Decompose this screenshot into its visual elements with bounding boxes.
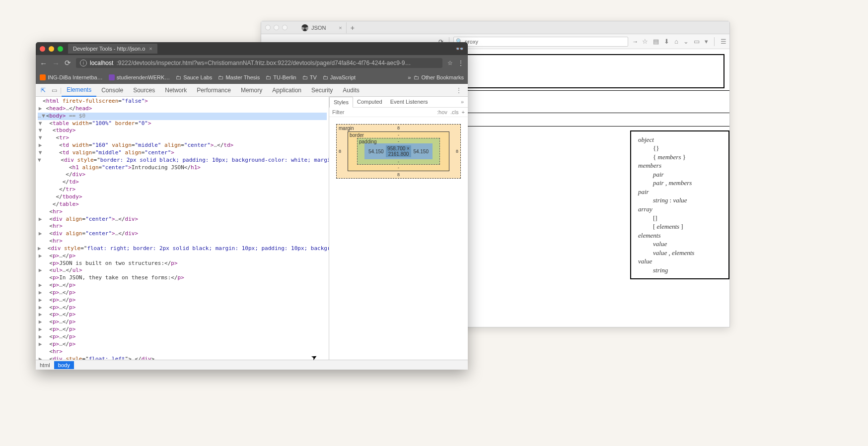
ff-maximize-button[interactable] <box>282 25 288 30</box>
tabs-more-icon[interactable]: ⋮ <box>452 87 466 94</box>
bookmarks-bar: ING-DiBa Internetba… studierendenWERK… 🗀… <box>36 71 468 84</box>
devtools-titlebar[interactable]: Developer Tools - http://json.o× 👓 <box>36 42 468 55</box>
box-model[interactable]: margin 8 8 8 8 border - - padding - - <box>329 117 468 186</box>
forward-button[interactable]: → <box>52 59 60 67</box>
star-icon[interactable]: ☆ <box>447 60 453 66</box>
go-arrow-icon[interactable]: → <box>631 38 639 46</box>
chevron-right-icon[interactable]: » <box>408 74 411 80</box>
dt-maximize-button[interactable] <box>58 46 63 52</box>
bookmark-item[interactable]: ING-DiBa Internetba… <box>40 74 103 80</box>
styles-panel: Styles Computed Event Listeners » :hov .… <box>329 97 468 360</box>
dt-minimize-button[interactable] <box>49 46 54 52</box>
back-button[interactable]: ← <box>40 59 47 67</box>
other-bookmarks-folder[interactable]: 🗀Other Bookmarks <box>414 74 464 80</box>
devtools-chrome-tab[interactable]: Developer Tools - http://json.o× <box>68 44 157 54</box>
close-icon[interactable]: × <box>149 46 152 52</box>
star-icon[interactable]: ☆ <box>642 38 648 45</box>
bookmark-folder[interactable]: 🗀Master Thesis <box>218 74 260 80</box>
ff-minimize-button[interactable] <box>274 25 279 30</box>
bookmark-folder[interactable]: 🗀TV <box>302 74 317 80</box>
firefox-titlebar[interactable]: JSON × + <box>261 21 729 34</box>
tab-audits[interactable]: Audits <box>338 84 364 96</box>
sidebar-icon[interactable]: ▭ <box>694 38 700 45</box>
menu-icon[interactable]: ☰ <box>721 38 726 45</box>
firefox-traffic-lights[interactable] <box>265 25 288 30</box>
pocket-icon[interactable]: ⌄ <box>683 38 689 45</box>
devtools-window: Developer Tools - http://json.o× 👓 ← → ⟳… <box>36 42 468 370</box>
tab-performance[interactable]: Performance <box>192 84 236 96</box>
tab-network[interactable]: Network <box>160 84 192 96</box>
add-rule-icon[interactable]: + <box>462 109 465 115</box>
devtools-urlbar: ← → ⟳ i localhost:9222/devtools/inspecto… <box>36 55 468 71</box>
tab-memory[interactable]: Memory <box>236 84 267 96</box>
chevron-down-icon[interactable]: ▾ <box>705 38 708 45</box>
breadcrumb: html body <box>36 360 468 370</box>
cls-toggle[interactable]: .cls <box>450 109 459 115</box>
styles-tab-computed[interactable]: Computed <box>353 97 386 107</box>
tab-sources[interactable]: Sources <box>128 84 160 96</box>
url-field[interactable]: i localhost:9222/devtools/inspector.html… <box>76 58 442 68</box>
tab-title: JSON <box>311 25 326 31</box>
inspect-element-icon[interactable]: ⇱ <box>38 85 49 96</box>
library-icon[interactable]: ▤ <box>653 38 659 45</box>
firefox-tab-json[interactable]: JSON × <box>297 22 347 33</box>
dt-close-button[interactable] <box>40 46 45 52</box>
incognito-icon: 👓 <box>455 45 464 53</box>
download-icon[interactable]: ⬇ <box>664 38 669 45</box>
home-icon[interactable]: ⌂ <box>674 38 678 45</box>
styles-tab-styles[interactable]: Styles <box>329 97 353 108</box>
info-icon[interactable]: i <box>80 60 87 66</box>
hov-toggle[interactable]: :hov <box>437 109 447 115</box>
close-icon[interactable]: × <box>339 25 342 31</box>
new-tab-button[interactable]: + <box>347 23 359 33</box>
devtools-tabs: ⇱ ▭ | Elements Console Sources Network P… <box>36 84 468 97</box>
elements-panel[interactable]: <html firetv-fullscreen="false">▶ <head>… <box>36 97 329 360</box>
reload-button[interactable]: ⟳ <box>65 59 71 67</box>
tab-console[interactable]: Console <box>96 84 128 96</box>
favicon-icon <box>301 24 308 31</box>
bookmark-folder[interactable]: 🗀Sauce Labs <box>176 74 212 80</box>
crumb-html[interactable]: html <box>36 361 54 369</box>
device-toolbar-icon[interactable]: ▭ <box>49 85 60 96</box>
bookmark-folder[interactable]: 🗀TU-Berlin <box>266 74 296 80</box>
tab-elements[interactable]: Elements <box>62 84 96 97</box>
styles-tab-event-listeners[interactable]: Event Listeners <box>386 97 432 107</box>
menu-icon[interactable]: ⋮ <box>458 60 464 66</box>
ff-close-button[interactable] <box>265 25 271 30</box>
tab-security[interactable]: Security <box>306 84 338 96</box>
styles-more-icon[interactable]: » <box>457 97 468 107</box>
styles-filter-input[interactable] <box>332 109 437 115</box>
crumb-body[interactable]: body <box>54 361 74 369</box>
bookmark-item[interactable]: studierendenWERK… <box>109 74 170 80</box>
firefox-search-box[interactable]: 🔍 proxy <box>453 37 628 47</box>
bookmark-folder[interactable]: 🗀JavaScript <box>323 74 356 80</box>
json-grammar-box: object {} { members } members pair pair … <box>630 130 729 280</box>
tab-application[interactable]: Application <box>267 84 306 96</box>
